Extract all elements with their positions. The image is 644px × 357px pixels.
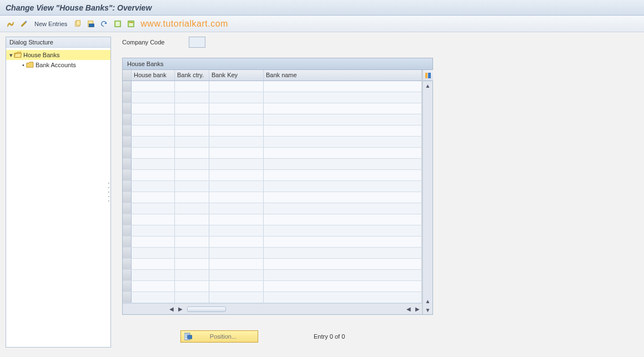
table-row[interactable] bbox=[123, 92, 422, 103]
cell-bank-ctry[interactable] bbox=[175, 148, 209, 158]
cell-bank-key[interactable] bbox=[209, 281, 264, 291]
cell-bank-key[interactable] bbox=[209, 92, 264, 103]
table-row[interactable] bbox=[123, 203, 422, 214]
table-row[interactable] bbox=[123, 148, 422, 159]
table-settings-icon[interactable] bbox=[423, 70, 433, 81]
position-button[interactable]: Position... bbox=[180, 330, 258, 343]
col-bank-ctry[interactable]: Bank ctry. bbox=[175, 70, 209, 81]
tree-item-house-banks[interactable]: ▾ House Banks bbox=[6, 50, 110, 60]
cell-house-bank[interactable] bbox=[132, 237, 175, 247]
cell-bank-name[interactable] bbox=[264, 181, 422, 192]
cell-bank-name[interactable] bbox=[264, 81, 422, 92]
row-selector[interactable] bbox=[123, 81, 132, 92]
cell-bank-key[interactable] bbox=[209, 203, 264, 214]
table-row[interactable] bbox=[123, 225, 422, 237]
cell-bank-key[interactable] bbox=[209, 270, 264, 280]
change-icon[interactable] bbox=[19, 19, 29, 29]
other-view-icon[interactable] bbox=[6, 19, 16, 29]
row-selector[interactable] bbox=[123, 148, 132, 158]
cell-house-bank[interactable] bbox=[132, 114, 175, 125]
cell-bank-name[interactable] bbox=[264, 248, 422, 258]
cell-bank-key[interactable] bbox=[209, 170, 264, 180]
cell-bank-key[interactable] bbox=[209, 114, 264, 125]
horizontal-scrollbar[interactable]: ◀ ▶ ◀ ▶ bbox=[123, 303, 422, 314]
row-selector[interactable] bbox=[123, 170, 132, 180]
scroll-thumb[interactable] bbox=[187, 306, 226, 312]
row-selector[interactable] bbox=[123, 225, 132, 236]
cell-bank-key[interactable] bbox=[209, 237, 264, 247]
table-row[interactable] bbox=[123, 159, 422, 170]
cell-house-bank[interactable] bbox=[132, 259, 175, 269]
cell-bank-ctry[interactable] bbox=[175, 170, 209, 180]
cell-house-bank[interactable] bbox=[132, 137, 175, 147]
cell-house-bank[interactable] bbox=[132, 125, 175, 136]
scroll-down-step-icon[interactable]: ▲ bbox=[423, 296, 432, 305]
cell-bank-key[interactable] bbox=[209, 137, 264, 147]
select-block-icon[interactable] bbox=[126, 19, 136, 29]
table-row[interactable] bbox=[123, 237, 422, 248]
cell-bank-ctry[interactable] bbox=[175, 114, 209, 125]
row-selector[interactable] bbox=[123, 103, 132, 114]
table-row[interactable] bbox=[123, 81, 422, 92]
splitter-handle[interactable] bbox=[108, 181, 110, 203]
cell-bank-ctry[interactable] bbox=[175, 281, 209, 291]
cell-bank-ctry[interactable] bbox=[175, 248, 209, 258]
row-selector[interactable] bbox=[123, 181, 132, 192]
cell-house-bank[interactable] bbox=[132, 248, 175, 258]
company-code-input[interactable] bbox=[189, 37, 205, 48]
cell-bank-ctry[interactable] bbox=[175, 92, 209, 103]
table-row[interactable] bbox=[123, 259, 422, 270]
cell-bank-ctry[interactable] bbox=[175, 259, 209, 269]
scroll-right-step-icon[interactable]: ▶ bbox=[176, 305, 185, 314]
table-row[interactable] bbox=[123, 270, 422, 281]
cell-bank-name[interactable] bbox=[264, 125, 422, 136]
cell-house-bank[interactable] bbox=[132, 170, 175, 180]
cell-bank-key[interactable] bbox=[209, 125, 264, 136]
cell-bank-ctry[interactable] bbox=[175, 137, 209, 147]
cell-house-bank[interactable] bbox=[132, 270, 175, 280]
row-selector[interactable] bbox=[123, 137, 132, 147]
cell-bank-key[interactable] bbox=[209, 192, 264, 203]
cell-house-bank[interactable] bbox=[132, 81, 175, 92]
cell-bank-name[interactable] bbox=[264, 214, 422, 225]
cell-house-bank[interactable] bbox=[132, 203, 175, 214]
row-selector[interactable] bbox=[123, 159, 132, 169]
row-selector[interactable] bbox=[123, 270, 132, 280]
scroll-left-icon[interactable]: ◀ bbox=[167, 305, 176, 314]
cell-bank-key[interactable] bbox=[209, 181, 264, 192]
cell-bank-ctry[interactable] bbox=[175, 192, 209, 203]
cell-bank-ctry[interactable] bbox=[175, 181, 209, 192]
cell-bank-ctry[interactable] bbox=[175, 214, 209, 225]
table-row[interactable] bbox=[123, 103, 422, 114]
row-selector[interactable] bbox=[123, 125, 132, 136]
col-bank-key[interactable]: Bank Key bbox=[209, 70, 264, 81]
row-selector[interactable] bbox=[123, 281, 132, 291]
cell-house-bank[interactable] bbox=[132, 92, 175, 103]
cell-house-bank[interactable] bbox=[132, 181, 175, 192]
cell-bank-name[interactable] bbox=[264, 237, 422, 247]
cell-bank-key[interactable] bbox=[209, 292, 264, 303]
row-selector[interactable] bbox=[123, 203, 132, 214]
cell-bank-ctry[interactable] bbox=[175, 225, 209, 236]
row-selector[interactable] bbox=[123, 192, 132, 203]
select-all-icon[interactable] bbox=[113, 19, 123, 29]
cell-house-bank[interactable] bbox=[132, 225, 175, 236]
table-row[interactable] bbox=[123, 170, 422, 181]
cell-house-bank[interactable] bbox=[132, 281, 175, 291]
cell-bank-name[interactable] bbox=[264, 103, 422, 114]
cell-house-bank[interactable] bbox=[132, 214, 175, 225]
undo-icon[interactable] bbox=[99, 19, 109, 29]
cell-bank-name[interactable] bbox=[264, 192, 422, 203]
table-row[interactable] bbox=[123, 125, 422, 137]
cell-bank-key[interactable] bbox=[209, 159, 264, 169]
table-row[interactable] bbox=[123, 214, 422, 225]
new-entries-button[interactable]: New Entries bbox=[32, 20, 69, 28]
cell-bank-name[interactable] bbox=[264, 259, 422, 269]
cell-bank-key[interactable] bbox=[209, 81, 264, 92]
table-row[interactable] bbox=[123, 248, 422, 259]
row-selector[interactable] bbox=[123, 292, 132, 303]
cell-bank-name[interactable] bbox=[264, 203, 422, 214]
cell-bank-name[interactable] bbox=[264, 270, 422, 280]
cell-bank-name[interactable] bbox=[264, 148, 422, 158]
scroll-left-end-icon[interactable]: ◀ bbox=[404, 305, 413, 314]
